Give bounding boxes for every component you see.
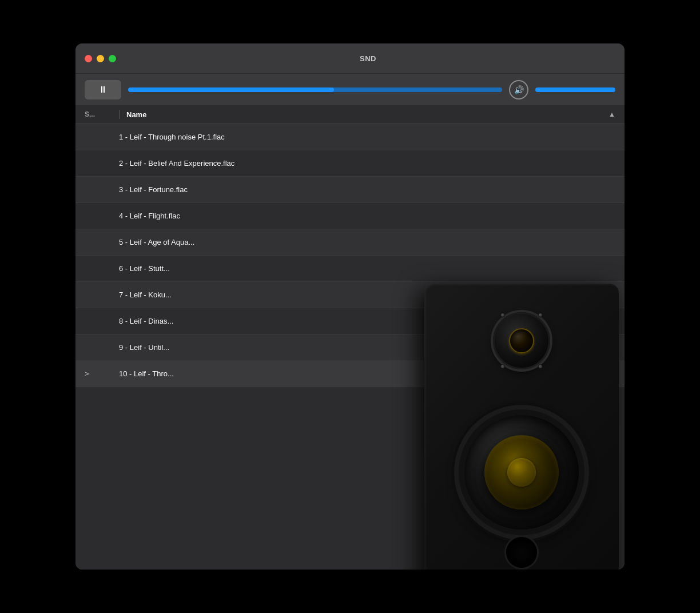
- table-header: S... Name ▲: [75, 105, 625, 124]
- track-row[interactable]: 3 - Leif - Fortune.flac: [75, 177, 625, 203]
- volume-button[interactable]: 🔊: [509, 80, 528, 99]
- window-footer: [75, 552, 625, 570]
- close-button[interactable]: [85, 55, 92, 62]
- track-name: 9 - Leif - Until...: [119, 343, 615, 352]
- pause-icon: ⏸: [98, 85, 108, 95]
- track-name: 8 - Leif - Dinas...: [119, 317, 615, 325]
- column-divider: [119, 110, 120, 119]
- track-name: 10 - Leif - Thro...: [119, 369, 615, 378]
- col-status-header: S...: [85, 110, 119, 118]
- track-row[interactable]: 2 - Leif - Belief And Experience.flac: [75, 150, 625, 177]
- app-window: SND ⏸ 🔊 S... Name ▲ 1 - Leif - Through n…: [75, 43, 625, 570]
- track-list: 1 - Leif - Through noise Pt.1.flac2 - Le…: [75, 124, 625, 552]
- track-name: 7 - Leif - Koku...: [119, 290, 615, 299]
- progress-bar-track[interactable]: [128, 87, 502, 92]
- track-row[interactable]: 8 - Leif - Dinas...: [75, 308, 625, 335]
- track-row[interactable]: 1 - Leif - Through noise Pt.1.flac: [75, 124, 625, 150]
- col-name-header: Name: [126, 110, 608, 119]
- track-name: 1 - Leif - Through noise Pt.1.flac: [119, 133, 615, 141]
- track-row[interactable]: 4 - Leif - Flight.flac: [75, 203, 625, 229]
- minimize-button[interactable]: [97, 55, 104, 62]
- track-status: >: [85, 369, 119, 378]
- track-name: 3 - Leif - Fortune.flac: [119, 185, 615, 194]
- progress-bar-fill: [128, 87, 334, 92]
- track-name: 6 - Leif - Stutt...: [119, 264, 615, 273]
- volume-icon: 🔊: [514, 85, 524, 94]
- pause-button[interactable]: ⏸: [85, 80, 121, 99]
- track-row[interactable]: 7 - Leif - Koku...: [75, 282, 625, 308]
- track-name: 5 - Leif - Age of Aqua...: [119, 238, 615, 246]
- track-row[interactable]: >10 - Leif - Thro...: [75, 361, 625, 387]
- track-row[interactable]: 9 - Leif - Until...: [75, 335, 625, 361]
- toolbar: ⏸ 🔊: [75, 73, 625, 105]
- track-row[interactable]: 5 - Leif - Age of Aqua...: [75, 229, 625, 256]
- maximize-button[interactable]: [109, 55, 116, 62]
- window-title: SND: [121, 54, 615, 63]
- title-bar: SND: [75, 43, 625, 73]
- track-name: 2 - Leif - Belief And Experience.flac: [119, 159, 615, 168]
- sort-icon[interactable]: ▲: [608, 110, 615, 118]
- track-name: 4 - Leif - Flight.flac: [119, 212, 615, 220]
- volume-bar[interactable]: [535, 87, 615, 92]
- track-row[interactable]: 6 - Leif - Stutt...: [75, 256, 625, 282]
